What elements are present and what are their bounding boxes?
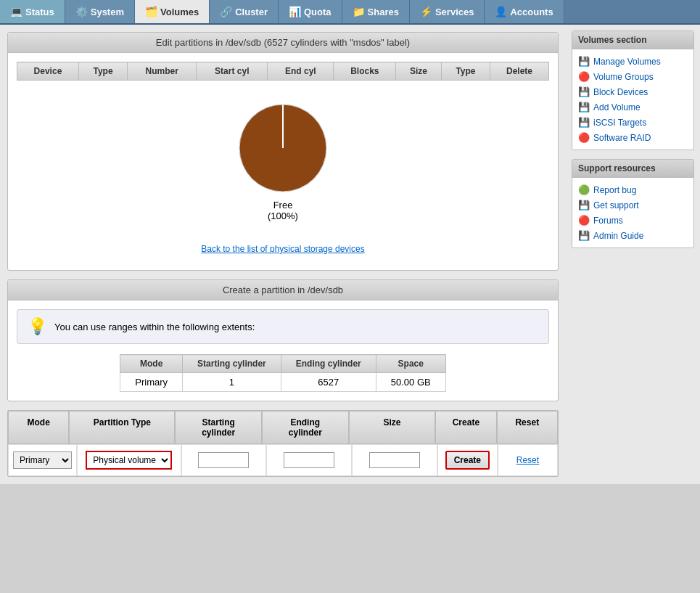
admin-guide-label: Admin Guide [593, 231, 643, 241]
extents-col-starting-cylinder: Starting cylinder [183, 355, 281, 373]
partition-col-start-cyl: Start cyl [197, 62, 268, 81]
volumes-sidebar-title: Volumes section [572, 31, 693, 49]
create-button[interactable]: Create [445, 451, 490, 470]
create-partition-title: Create a partition in /dev/sdb [8, 280, 558, 300]
partition-col-type: Type [441, 62, 490, 81]
block-devices-label: Block Devices [593, 87, 648, 97]
sidebar-link-volume-groups[interactable]: 🔴Volume Groups [575, 69, 691, 84]
support-sidebar-section: Support resources 🟢Report bug💾Get suppor… [572, 159, 694, 248]
extents-table: ModeStarting cylinderEnding cylinderSpac… [120, 354, 445, 392]
sidebar-link-block-devices[interactable]: 💾Block Devices [575, 84, 691, 99]
form-header-reset: Reset [497, 411, 558, 444]
block-devices-icon: 💾 [578, 86, 590, 97]
volume-groups-icon: 🔴 [578, 71, 590, 82]
shares-label: Shares [368, 7, 399, 17]
services-label: Services [435, 7, 474, 17]
extents-body: Primary1652750.00 GB [120, 373, 445, 392]
form-header-size: Size [349, 411, 436, 444]
form-data-row: Primary Extended Logical Physical volume… [8, 444, 558, 476]
forums-icon: 🔴 [578, 215, 590, 226]
partition-header-row: DeviceTypeNumberStart cylEnd cylBlocksSi… [17, 62, 549, 81]
sidebar-link-get-support[interactable]: 💾Get support [575, 197, 691, 213]
sidebar-link-manage-volumes[interactable]: 💾Manage Volumes [575, 54, 691, 69]
info-icon: 💡 [28, 317, 47, 336]
status-icon: 💻 [10, 6, 22, 17]
form-header-row: Mode Partition Type Startingcylinder End… [8, 411, 558, 444]
partition-col-delete: Delete [490, 62, 549, 81]
partition-col-size: Size [396, 62, 442, 81]
edit-partitions-section: Edit partitions in /dev/sdb (6527 cylind… [7, 32, 559, 271]
form-header-starting-cylinder: Startingcylinder [175, 411, 262, 444]
partition-type-select[interactable]: Physical volume Linux Linux swap FAT32 [86, 451, 172, 470]
extents-row: Primary1652750.00 GB [120, 373, 445, 392]
admin-guide-icon: 💾 [578, 230, 590, 241]
form-header-ending-cylinder: Endingcylinder [262, 411, 349, 444]
software-raid-icon: 🔴 [578, 132, 590, 143]
ending-cylinder-input[interactable]: 6527 [284, 452, 334, 468]
partition-type-cell: Physical volume Linux Linux swap FAT32 [77, 444, 181, 476]
create-cell: Create [437, 444, 498, 476]
form-header-mode: Mode [8, 411, 69, 444]
extents-header-row: ModeStarting cylinderEnding cylinderSpac… [120, 355, 445, 373]
partition-col-number: Number [128, 62, 197, 81]
sidebar: Volumes section 💾Manage Volumes🔴Volume G… [566, 25, 700, 484]
volumes-icon: 🗂️ [145, 6, 157, 17]
status-label: Status [25, 7, 54, 17]
nav-tab-shares[interactable]: 📁Shares [342, 0, 410, 23]
quota-icon: 📊 [289, 6, 301, 17]
form-header-create: Create [435, 411, 496, 444]
system-icon: ⚙️ [75, 6, 88, 17]
add-volume-icon: 💾 [578, 102, 590, 113]
extents-cell-start: 1 [183, 373, 281, 392]
volume-groups-label: Volume Groups [593, 72, 654, 82]
sidebar-link-iscsi-targets[interactable]: 💾iSCSI Targets [575, 115, 691, 130]
starting-cylinder-input[interactable]: 1 [198, 452, 249, 468]
nav-tab-cluster[interactable]: 🔗Cluster [210, 0, 279, 23]
extents-col-ending-cylinder: Ending cylinder [281, 355, 376, 373]
free-label: Free [273, 200, 293, 210]
size-input[interactable]: 50 GB [369, 452, 420, 468]
manage-volumes-label: Manage Volumes [593, 57, 661, 67]
nav-tab-quota[interactable]: 📊Quota [279, 0, 342, 23]
top-navigation: 💻Status⚙️System🗂️Volumes🔗Cluster📊Quota📁S… [0, 0, 700, 25]
quota-label: Quota [304, 7, 332, 17]
volumes-label: Volumes [160, 7, 199, 17]
pie-chart [236, 101, 330, 195]
nav-tab-volumes[interactable]: 🗂️Volumes [135, 0, 210, 23]
sidebar-link-admin-guide[interactable]: 💾Admin Guide [575, 228, 691, 243]
shares-icon: 📁 [353, 6, 365, 17]
partition-col-device: Device [17, 62, 79, 81]
sidebar-link-add-volume[interactable]: 💾Add Volume [575, 99, 691, 115]
volumes-sidebar-section: Volumes section 💾Manage Volumes🔴Volume G… [572, 30, 694, 150]
sidebar-link-software-raid[interactable]: 🔴Software RAID [575, 130, 691, 145]
reset-cell: Reset [498, 444, 558, 476]
system-label: System [91, 7, 124, 17]
software-raid-label: Software RAID [593, 133, 651, 143]
nav-tab-services[interactable]: ⚡Services [410, 0, 485, 23]
mode-select[interactable]: Primary Extended Logical [13, 451, 72, 469]
extents-cell-mode: Primary [120, 373, 183, 392]
partition-table: DeviceTypeNumberStart cylEnd cylBlocksSi… [17, 62, 549, 81]
cluster-icon: 🔗 [220, 6, 232, 17]
get-support-icon: 💾 [578, 200, 590, 210]
back-to-list-link[interactable]: Back to the list of physical storage dev… [201, 244, 364, 254]
nav-tab-accounts[interactable]: 👤Accounts [485, 0, 564, 23]
create-form: Mode Partition Type Startingcylinder End… [7, 410, 559, 477]
manage-volumes-icon: 💾 [578, 56, 590, 67]
ending-cylinder-cell: 6527 [266, 444, 352, 476]
free-percent: (100%) [268, 210, 298, 221]
report-bug-icon: 🟢 [578, 184, 590, 195]
extents-cell-space: 50.00 GB [376, 373, 445, 392]
partition-col-type: Type [78, 62, 127, 81]
iscsi-targets-icon: 💾 [578, 117, 590, 128]
accounts-icon: 👤 [495, 6, 507, 17]
sidebar-link-report-bug[interactable]: 🟢Report bug [575, 182, 691, 197]
info-box: 💡 You can use ranges within the followin… [17, 309, 549, 344]
get-support-label: Get support [593, 200, 639, 210]
sidebar-link-forums[interactable]: 🔴Forums [575, 213, 691, 228]
nav-tab-system[interactable]: ⚙️System [65, 0, 135, 23]
form-header-partition-type: Partition Type [69, 411, 175, 444]
iscsi-targets-label: iSCSI Targets [593, 118, 646, 128]
reset-button[interactable]: Reset [516, 455, 539, 465]
nav-tab-status[interactable]: 💻Status [0, 0, 65, 23]
